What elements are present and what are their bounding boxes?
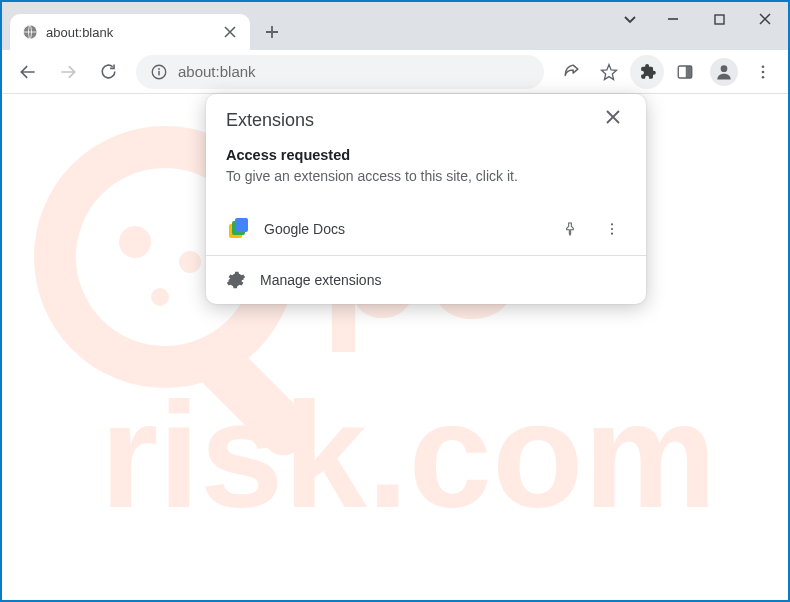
info-icon [150,63,168,81]
toolbar: about:blank [2,50,788,94]
globe-icon [22,24,38,40]
svg-point-7 [721,65,728,72]
address-bar[interactable]: about:blank [136,55,544,89]
forward-button[interactable] [50,54,86,90]
access-requested-heading: Access requested [226,147,626,163]
svg-point-22 [611,228,613,230]
manage-extensions-button[interactable]: Manage extensions [206,256,646,304]
extension-name: Google Docs [264,221,542,237]
extension-menu-button[interactable] [598,215,626,243]
gear-icon [226,270,246,290]
svg-rect-1 [715,15,724,24]
google-docs-icon [226,217,250,241]
svg-point-10 [762,75,765,78]
titlebar: about:blank [2,2,788,50]
svg-point-8 [762,65,765,68]
address-text: about:blank [178,63,530,80]
access-requested-text: To give an extension access to this site… [226,167,626,187]
manage-extensions-label: Manage extensions [260,272,381,288]
svg-point-23 [611,232,613,234]
tab-title: about:blank [46,25,214,40]
svg-point-3 [158,68,160,70]
svg-rect-12 [191,336,318,463]
close-window-button[interactable] [742,2,788,36]
close-tab-button[interactable] [222,24,238,40]
svg-point-14 [179,251,201,273]
svg-rect-20 [235,218,248,232]
svg-rect-6 [686,66,692,78]
minimize-button[interactable] [650,2,696,36]
chrome-menu-button[interactable] [746,55,780,89]
extension-row[interactable]: Google Docs [206,203,646,255]
svg-point-9 [762,70,765,73]
extensions-popup: Extensions Access requested To give an e… [206,94,646,304]
pin-extension-button[interactable] [556,215,584,243]
extensions-button[interactable] [630,55,664,89]
svg-text:risk.com: risk.com [100,371,717,539]
svg-rect-4 [158,70,160,75]
tab-search-button[interactable] [610,2,650,36]
new-tab-button[interactable] [258,18,286,46]
browser-tab[interactable]: about:blank [10,14,250,50]
close-popup-button[interactable] [606,110,626,130]
bookmark-button[interactable] [592,55,626,89]
maximize-button[interactable] [696,2,742,36]
back-button[interactable] [10,54,46,90]
side-panel-button[interactable] [668,55,702,89]
reload-button[interactable] [90,54,126,90]
window-controls [610,2,788,42]
svg-point-13 [119,226,151,258]
profile-avatar[interactable] [710,58,738,86]
svg-point-21 [611,223,613,225]
popup-title: Extensions [226,110,314,131]
share-button[interactable] [554,55,588,89]
svg-point-15 [151,288,169,306]
